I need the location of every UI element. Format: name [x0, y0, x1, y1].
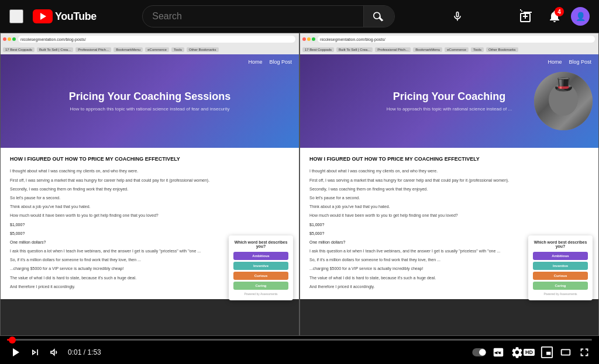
quiz-btn-ambitious[interactable]: Ambitious	[533, 252, 588, 260]
article-p: Think about a job you've had that you ha…	[10, 203, 290, 210]
bookmark-item[interactable]: Built To Sell | Crea...	[336, 47, 373, 52]
right-bookmarks-bar: 17 Best Coppads Built To Sell | Crea... …	[300, 45, 598, 54]
face-overlay	[534, 72, 593, 130]
bookmark-item[interactable]: 17 Best Coppads	[302, 47, 334, 52]
progress-bar[interactable]	[7, 339, 592, 341]
quiz-powered: Powered by Assessments	[533, 292, 588, 296]
quiz-title: Which word best describes you?	[533, 240, 588, 248]
quiz-btn-inventive[interactable]: Inventive	[533, 262, 588, 270]
quiz-btn-caring[interactable]: Caring	[233, 282, 288, 290]
nav-blog[interactable]: Blog Post	[269, 59, 292, 65]
article-p: $1,000?	[10, 221, 290, 228]
voice-search-button[interactable]	[446, 5, 469, 28]
current-time: 0:01	[68, 348, 81, 356]
left-address-bar[interactable]: nicolesegmentation.com/blog-posts/	[18, 36, 295, 43]
notification-badge: 4	[555, 7, 564, 16]
theater-mode-button[interactable]	[558, 345, 573, 360]
miniplayer-icon	[541, 346, 553, 359]
right-address-bar[interactable]: nicolesegmentation.com/blog-posts/	[318, 36, 595, 43]
quiz-btn-inventive[interactable]: Inventive	[233, 262, 288, 270]
nav-home[interactable]: Home	[248, 59, 262, 65]
quiz-title: Which word best describes you?	[233, 240, 288, 248]
top-right-controls: 4 👤	[515, 5, 590, 28]
volume-button[interactable]	[47, 345, 61, 359]
left-site-nav: Home Blog Post	[248, 59, 292, 65]
progress-dot	[9, 337, 16, 344]
right-article-heading: HOW I FIGURED OUT HOW TO PRICE MY COACHI…	[309, 155, 589, 163]
right-site-header: Home Blog Post Pricing Your Coaching How…	[300, 54, 598, 148]
play-icon	[8, 345, 22, 359]
bookmark-item[interactable]: Built To Sell | Crea...	[37, 47, 73, 52]
create-icon	[519, 9, 533, 23]
search-icon	[373, 11, 385, 22]
video-area: nicolesegmentation.com/blog-posts/ 17 Be…	[0, 33, 599, 364]
settings-button[interactable]: HD	[510, 345, 536, 360]
bookmark-item[interactable]: Other Bookmarks	[486, 47, 518, 52]
bookmark-item[interactable]: 17 Best Coppads	[3, 47, 35, 52]
miniplayer-button[interactable]	[539, 345, 555, 360]
bookmark-item[interactable]: Other Bookmarks	[187, 47, 219, 52]
right-site-nav: Home Blog Post	[548, 59, 591, 65]
quiz-btn-curious[interactable]: Curious	[233, 272, 288, 280]
right-address-text: nicolesegmentation.com/blog-posts/	[320, 37, 385, 41]
minimize-dot	[8, 37, 11, 41]
bookmark-item[interactable]: Professional Pitch...	[75, 47, 111, 52]
right-browser-bar: nicolesegmentation.com/blog-posts/	[300, 33, 598, 45]
settings-icon	[511, 346, 524, 359]
bookmark-item[interactable]: Professional Pitch...	[375, 47, 411, 52]
notifications-button[interactable]: 4	[543, 5, 566, 28]
article-p: Secondly, I was coaching them on finding…	[10, 186, 290, 192]
left-browser-bar: nicolesegmentation.com/blog-posts/	[1, 33, 299, 45]
right-browser-panel: nicolesegmentation.com/blog-posts/ 17 Be…	[300, 33, 599, 336]
bookmark-item[interactable]: BookmarkMenu	[413, 47, 442, 52]
left-article-heading: HOW I FIGURED OUT HOW TO PRICE MY COACHI…	[10, 155, 290, 163]
bookmark-item[interactable]: eCommerce	[145, 47, 169, 52]
left-site-content: Home Blog Post Pricing Your Coaching Ses…	[1, 54, 299, 335]
controls-bar: 0:01 / 1:53	[0, 336, 599, 364]
svg-point-1	[479, 349, 486, 356]
article-p: I thought about what I was coaching my c…	[10, 168, 290, 174]
volume-icon	[48, 346, 60, 358]
quiz-powered: Powered by Assessments	[233, 292, 288, 296]
search-bar	[142, 5, 395, 27]
toggle-icon	[472, 348, 486, 356]
create-button[interactable]	[515, 5, 538, 28]
right-site-content: Home Blog Post Pricing Your Coaching How…	[300, 54, 598, 335]
expand-dot	[12, 37, 16, 41]
search-input[interactable]	[143, 6, 363, 26]
total-time: 1:53	[87, 348, 101, 356]
search-button[interactable]	[363, 6, 394, 27]
left-bookmarks-bar: 17 Best Coppads Built To Sell | Crea... …	[1, 45, 299, 54]
nav-home[interactable]: Home	[548, 59, 562, 65]
quiz-btn-caring[interactable]: Caring	[533, 282, 588, 290]
yt-logo-text: YouTube	[55, 11, 97, 23]
play-button[interactable]	[7, 344, 23, 360]
fullscreen-icon	[578, 346, 591, 359]
yt-logo-icon	[33, 9, 53, 23]
youtube-logo: YouTube	[33, 9, 97, 23]
left-site-title: Pricing Your Coaching Sessions	[57, 91, 242, 103]
captions-icon	[492, 346, 505, 359]
next-button[interactable]	[28, 345, 42, 359]
right-site-title: Pricing Your Coaching	[381, 91, 517, 103]
left-site-header: Home Blog Post Pricing Your Coaching Ses…	[1, 54, 299, 148]
nav-blog[interactable]: Blog Post	[569, 59, 591, 65]
article-p: How much would it have been worth to you…	[309, 212, 589, 219]
captions-button[interactable]	[491, 345, 506, 360]
article-p: First off, I was serving a market that w…	[309, 177, 589, 183]
bookmark-item[interactable]: Tools	[471, 47, 484, 52]
bookmark-item[interactable]: eCommerce	[445, 47, 469, 52]
avatar[interactable]: 👤	[571, 7, 590, 26]
article-p: I thought about what I was coaching my c…	[309, 168, 589, 174]
toggle-button[interactable]	[471, 347, 487, 358]
face-image	[534, 72, 593, 130]
menu-button[interactable]	[9, 9, 23, 23]
quiz-btn-curious[interactable]: Curious	[533, 272, 588, 280]
bookmark-item[interactable]: Tools	[171, 47, 184, 52]
left-browser-panel: nicolesegmentation.com/blog-posts/ 17 Be…	[0, 33, 300, 336]
video-content: nicolesegmentation.com/blog-posts/ 17 Be…	[0, 33, 599, 336]
quiz-btn-ambitious[interactable]: Ambitious	[233, 252, 288, 260]
next-icon	[29, 346, 41, 358]
fullscreen-button[interactable]	[577, 345, 592, 360]
bookmark-item[interactable]: BookmarkMenu	[113, 47, 143, 52]
